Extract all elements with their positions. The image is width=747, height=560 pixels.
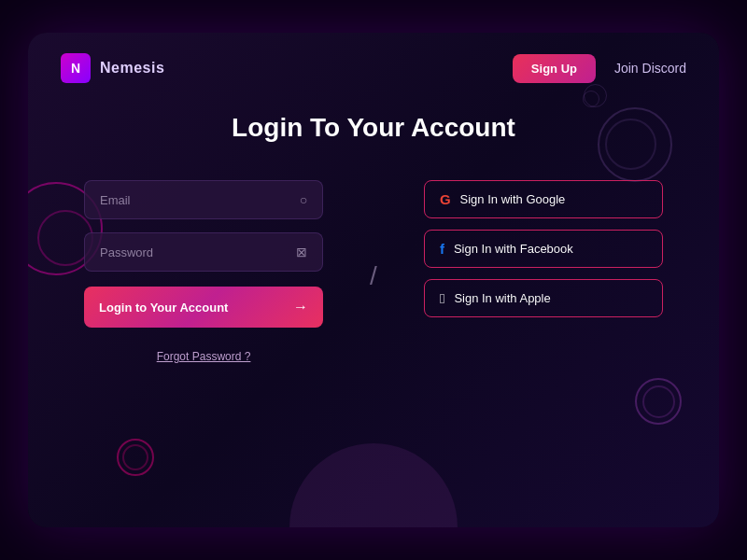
- google-signin-label: Sign In with Google: [460, 192, 566, 206]
- email-icon: ○: [300, 192, 307, 207]
- facebook-icon: f: [440, 241, 444, 257]
- logo-area: N Nemesis: [61, 53, 164, 83]
- password-icon: ⊠: [296, 245, 307, 259]
- discord-link[interactable]: Join Discord: [614, 61, 686, 76]
- password-input[interactable]: [100, 245, 296, 259]
- arrow-icon: →: [293, 299, 308, 315]
- deco-circle-5: [635, 378, 682, 425]
- apple-signin-label: Sign In with Apple: [454, 291, 550, 305]
- logo-letter: N: [71, 61, 80, 76]
- signup-button[interactable]: Sign Up: [513, 54, 596, 83]
- forgot-password-link[interactable]: Forgot Password ?: [84, 350, 323, 363]
- page-title: Login To Your Account: [232, 113, 515, 143]
- social-login-area: G Sign In with Google f Sign In with Fac…: [424, 180, 663, 317]
- google-icon: G: [440, 191, 451, 207]
- deco-circle-8: [122, 444, 148, 470]
- email-field-container: ○: [84, 180, 323, 219]
- deco-half-circle: [289, 443, 458, 527]
- header-actions: Sign Up Join Discord: [513, 54, 686, 83]
- google-signin-button[interactable]: G Sign In with Google: [424, 180, 663, 218]
- password-field-container: ⊠: [84, 232, 323, 272]
- header: N Nemesis Sign Up Join Discord: [28, 33, 719, 104]
- email-input[interactable]: [100, 193, 300, 207]
- login-button-label: Login to Your Account: [99, 301, 228, 315]
- login-form: ○ ⊠ Login to Your Account → Forgot Passw…: [84, 180, 323, 363]
- facebook-signin-label: Sign In with Facebook: [454, 242, 573, 256]
- apple-icon: : [440, 290, 444, 306]
- main-content: Login To Your Account ○ ⊠ Login to Your …: [28, 104, 719, 363]
- deco-circle-7: [117, 439, 154, 476]
- apple-signin-button[interactable]:  Sign In with Apple: [424, 279, 663, 317]
- facebook-signin-button[interactable]: f Sign In with Facebook: [424, 230, 663, 268]
- form-area: ○ ⊠ Login to Your Account → Forgot Passw…: [84, 180, 663, 363]
- deco-circle-6: [642, 385, 675, 418]
- login-button[interactable]: Login to Your Account →: [84, 287, 323, 328]
- divider: /: [370, 261, 377, 291]
- logo-text: Nemesis: [100, 60, 164, 77]
- logo-icon: N: [61, 53, 91, 83]
- app-card: N Nemesis Sign Up Join Discord Login To …: [28, 33, 719, 527]
